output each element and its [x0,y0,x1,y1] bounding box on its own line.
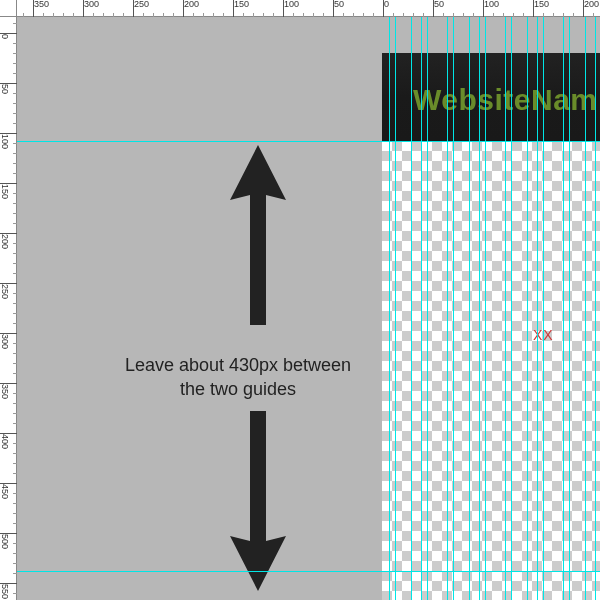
ruler-v-tick [13,93,17,94]
ruler-h-tick [373,13,374,17]
ruler-v-tick [13,73,17,74]
ruler-h-tick [103,13,104,17]
document-area[interactable]: WebsiteNam Leave about 430px between the… [33,33,600,600]
ruler-v-tick [13,573,17,574]
guide-vertical[interactable] [595,17,596,600]
ruler-v-tick [13,473,17,474]
ruler-v-tick [13,293,17,294]
guide-vertical[interactable] [395,17,396,600]
ruler-v-tick [13,463,17,464]
ruler-v-tick [13,403,17,404]
annotation-line1: Leave about 430px between [125,355,351,375]
ruler-v-tick [13,553,17,554]
ruler-h-label: 200 [184,0,199,9]
ruler-h-tick [443,13,444,17]
ruler-v-label: 50 [0,84,10,94]
ruler-v-tick [13,443,17,444]
guide-vertical[interactable] [479,17,480,600]
ruler-horizontal[interactable]: 35030025020015010050050100150200 [17,0,600,17]
ruler-h-tick [263,13,264,17]
guide-vertical[interactable] [563,17,564,600]
ruler-h-tick [543,13,544,17]
arrow-up-icon [228,145,288,325]
ruler-v-tick [13,53,17,54]
ruler-origin-corner[interactable] [0,0,17,17]
ruler-v-tick [13,203,17,204]
ruler-v-label: 200 [0,234,10,249]
ruler-v-label: 250 [0,284,10,299]
canvas-viewport[interactable]: WebsiteNam Leave about 430px between the… [17,17,600,600]
ruler-v-tick [13,113,17,114]
guide-vertical[interactable] [469,17,470,600]
guide-vertical[interactable] [447,17,448,600]
guide-vertical[interactable] [427,17,428,600]
ruler-h-tick [353,13,354,17]
guide-vertical[interactable] [485,17,486,600]
guide-vertical[interactable] [453,17,454,600]
svg-marker-1 [230,411,286,591]
ruler-h-label: 0 [384,0,389,9]
ruler-v-tick [13,213,17,214]
ruler-h-tick [113,13,114,17]
ruler-v-tick [13,543,17,544]
guide-vertical[interactable] [505,17,506,600]
ruler-vertical[interactable]: 050100150200250300350400450500550 [0,17,17,600]
ruler-h-tick [363,13,364,17]
ruler-v-tick [13,343,17,344]
ruler-v-tick [13,253,17,254]
ruler-v-tick [13,153,17,154]
ruler-v-tick [13,373,17,374]
ruler-h-tick [403,13,404,17]
ruler-h-tick [413,13,414,17]
arrow-down-icon [228,411,288,591]
ruler-h-label: 150 [534,0,549,9]
ruler-h-tick [503,13,504,17]
guide-vertical[interactable] [585,17,586,600]
ruler-h-tick [53,13,54,17]
ruler-h-tick [173,13,174,17]
ruler-h-tick [243,13,244,17]
ruler-h-tick [43,13,44,17]
ruler-h-tick [23,13,24,17]
ruler-h-tick [563,13,564,17]
ruler-v-label: 0 [0,34,10,39]
ruler-v-tick [13,313,17,314]
ruler-h-tick [163,13,164,17]
ruler-h-label: 300 [84,0,99,9]
ruler-h-label: 250 [134,0,149,9]
ruler-h-tick [313,13,314,17]
ruler-h-tick [93,13,94,17]
ruler-h-tick [393,13,394,17]
guide-vertical[interactable] [389,17,390,600]
ruler-h-tick [293,13,294,17]
guide-horizontal[interactable] [17,141,600,142]
ruler-v-tick [13,143,17,144]
ruler-h-tick [593,13,594,17]
guide-vertical[interactable] [511,17,512,600]
ruler-v-tick [13,163,17,164]
guide-vertical[interactable] [537,17,538,600]
ruler-h-tick [213,13,214,17]
guide-horizontal[interactable] [17,571,600,572]
ruler-v-tick [13,193,17,194]
guide-vertical[interactable] [421,17,422,600]
guide-vertical[interactable] [569,17,570,600]
ruler-v-tick [13,503,17,504]
ruler-v-tick [13,563,17,564]
ruler-v-tick [13,223,17,224]
ruler-v-tick [13,263,17,264]
ruler-v-tick [13,413,17,414]
ruler-h-tick [123,13,124,17]
guide-vertical[interactable] [411,17,412,600]
ruler-v-tick [13,303,17,304]
ruler-h-tick [343,13,344,17]
guide-vertical[interactable] [527,17,528,600]
ruler-v-label: 450 [0,484,10,499]
ruler-v-tick [13,63,17,64]
ruler-h-tick [513,13,514,17]
ruler-h-tick [573,13,574,17]
ruler-v-tick [13,513,17,514]
guide-vertical[interactable] [543,17,544,600]
ruler-h-tick [253,13,254,17]
ruler-v-tick [13,323,17,324]
